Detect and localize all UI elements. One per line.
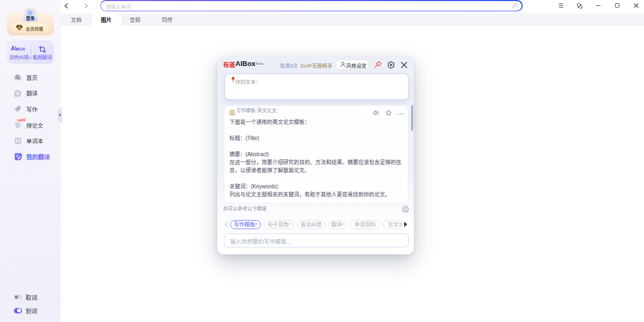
svg-text:A: A — [16, 91, 20, 96]
svg-text:S: S — [18, 25, 20, 30]
